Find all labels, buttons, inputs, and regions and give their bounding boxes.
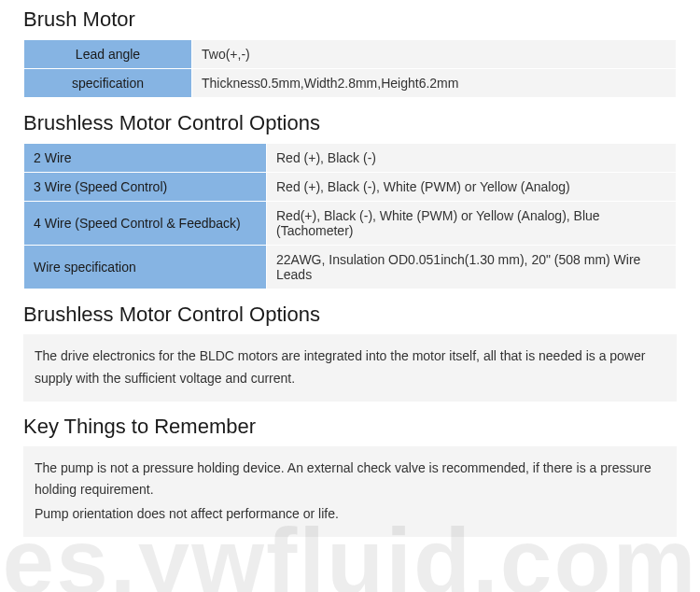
bldc-note-text: The drive electronics for the BLDC motor… xyxy=(35,345,665,390)
table-row: 4 Wire (Speed Control & Feedback) Red(+)… xyxy=(24,202,677,246)
cell-label: Wire specification xyxy=(24,246,267,289)
bldc-note-box: The drive electronics for the BLDC motor… xyxy=(23,334,677,402)
section-title-bldc-options: Brushless Motor Control Options xyxy=(23,111,677,135)
cell-value: 22AWG, Insulation OD0.051inch(1.30 mm), … xyxy=(267,246,677,289)
table-row: specification Thickness0.5mm,Width2.8mm,… xyxy=(24,69,677,98)
cell-value: Red(+), Black (-), White (PWM) or Yellow… xyxy=(267,202,677,246)
cell-value: Red (+), Black (-) xyxy=(267,144,677,173)
cell-label: 2 Wire xyxy=(24,144,267,173)
key-things-box: The pump is not a pressure holding devic… xyxy=(23,446,677,537)
cell-value: Thickness0.5mm,Width2.8mm,Height6.2mm xyxy=(192,69,677,98)
table-row: Lead angle Two(+,-) xyxy=(24,40,677,69)
section-title-key-things: Key Things to Remember xyxy=(23,415,677,439)
cell-label: 3 Wire (Speed Control) xyxy=(24,173,267,202)
cell-value: Red (+), Black (-), White (PWM) or Yello… xyxy=(267,173,677,202)
cell-label: 4 Wire (Speed Control & Feedback) xyxy=(24,202,267,246)
brush-motor-table: Lead angle Two(+,-) specification Thickn… xyxy=(23,39,677,98)
cell-label: Lead angle xyxy=(24,40,192,69)
table-row: Wire specification 22AWG, Insulation OD0… xyxy=(24,246,677,289)
section-title-bldc-note: Brushless Motor Control Options xyxy=(23,303,677,327)
key-things-line: Pump orientation does not affect perform… xyxy=(35,503,665,526)
cell-value: Two(+,-) xyxy=(192,40,677,69)
section-title-brush-motor: Brush Motor xyxy=(23,7,677,32)
cell-label: specification xyxy=(24,69,192,98)
bldc-options-table: 2 Wire Red (+), Black (-) 3 Wire (Speed … xyxy=(23,143,677,289)
key-things-line: The pump is not a pressure holding devic… xyxy=(35,458,665,502)
table-row: 3 Wire (Speed Control) Red (+), Black (-… xyxy=(24,173,677,202)
table-row: 2 Wire Red (+), Black (-) xyxy=(24,144,677,173)
